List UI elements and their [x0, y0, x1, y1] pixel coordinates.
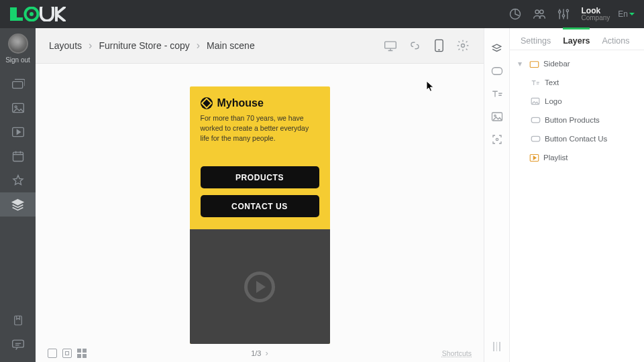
shape-icon[interactable]: [490, 64, 504, 78]
sign-out-link[interactable]: Sign out: [5, 56, 30, 64]
bookmark-icon[interactable]: [0, 308, 36, 333]
chat-icon[interactable]: [0, 333, 36, 357]
layer-row-button-products[interactable]: Button Products: [510, 111, 644, 129]
play-icon: [244, 272, 275, 302]
mobile-view-icon[interactable]: [431, 38, 446, 53]
layer-label: Button Products: [545, 116, 600, 124]
nav-sidebar: Sign out: [0, 28, 36, 362]
layers-icon[interactable]: [0, 192, 36, 217]
scene-title: Myhouse: [217, 97, 264, 109]
tab-layers[interactable]: Layers: [563, 36, 590, 50]
layer-row-logo[interactable]: Logo: [510, 92, 644, 111]
svg-point-1: [30, 12, 34, 16]
svg-rect-15: [385, 42, 396, 48]
products-button[interactable]: PRODUCTS: [201, 166, 319, 188]
avatar[interactable]: [8, 34, 28, 54]
sliders-icon[interactable]: [555, 5, 572, 23]
crumb-root[interactable]: Layouts: [49, 40, 82, 51]
crumb-scene[interactable]: Main scene: [207, 40, 255, 51]
pie-chart-icon[interactable]: [506, 5, 524, 23]
users-icon[interactable]: [531, 5, 548, 23]
focus-icon[interactable]: [490, 133, 504, 146]
account-display[interactable]: Look Company: [582, 7, 610, 21]
svg-point-10: [15, 106, 17, 108]
editor-footer: 1/3 › Shortcuts: [36, 344, 484, 362]
link-device-icon[interactable]: [407, 38, 422, 53]
chevron-right-icon[interactable]: ›: [265, 348, 268, 358]
language-switch[interactable]: En: [618, 9, 635, 19]
button-layer-icon: [530, 133, 541, 144]
chevron-down-icon: [629, 13, 635, 15]
svg-point-5: [558, 11, 560, 13]
svg-point-21: [496, 138, 498, 140]
grid-icon[interactable]: [77, 349, 87, 358]
play-rect-icon[interactable]: [0, 120, 36, 144]
svg-rect-18: [492, 68, 502, 75]
svg-rect-12: [13, 152, 23, 161]
layer-row-sidebar[interactable]: ▾ Sidebar: [510, 54, 644, 73]
desktop-view-icon[interactable]: [383, 38, 398, 53]
button-layer-icon: [530, 115, 541, 125]
screens-icon[interactable]: [0, 72, 36, 96]
inspector-panel: Settings Layers Actions ▾ Sidebar Text: [509, 28, 644, 362]
scene-description: For more than 70 years, we have worked t…: [201, 113, 319, 144]
video-placeholder[interactable]: [190, 229, 330, 344]
svg-point-3: [535, 10, 539, 13]
shortcuts-link[interactable]: Shortcuts: [442, 349, 472, 357]
canvas[interactable]: Myhouse For more than 70 years, we have …: [36, 64, 484, 345]
layer-label: Logo: [545, 97, 562, 105]
layer-label: Sidebar: [543, 60, 570, 68]
main-area: Sign out Layouts: [0, 28, 644, 362]
contact-us-button[interactable]: CONTACT US: [201, 195, 319, 217]
text-layer-icon: [530, 77, 541, 88]
panel-resize-handle[interactable]: [493, 342, 500, 351]
svg-rect-22: [530, 61, 539, 67]
breadcrumb: Layouts › Furniture Store - copy › Main …: [36, 28, 484, 64]
text-icon[interactable]: [490, 87, 504, 101]
expand-icon[interactable]: ▾: [518, 59, 525, 68]
svg-rect-13: [14, 316, 21, 325]
tab-settings[interactable]: Settings: [521, 36, 551, 50]
frame-icon[interactable]: [62, 349, 72, 358]
gear-icon[interactable]: [455, 38, 470, 53]
star-icon[interactable]: [0, 168, 36, 192]
inspector-tabs: Settings Layers Actions: [510, 28, 644, 50]
svg-point-17: [462, 44, 465, 47]
page-indicator: 1/3: [251, 349, 261, 357]
svg-rect-25: [531, 136, 540, 141]
app-header: Look Company En: [0, 0, 644, 28]
chevron-right-icon: ›: [197, 40, 200, 52]
folder-icon: [529, 58, 539, 69]
chevron-right-icon: ›: [89, 40, 92, 52]
layer-row-text[interactable]: Text: [510, 73, 644, 92]
svg-point-20: [494, 115, 495, 116]
layer-row-button-contact[interactable]: Button Contact Us: [510, 129, 644, 148]
account-subtitle: Company: [582, 15, 610, 21]
image-icon[interactable]: [0, 96, 36, 120]
fit-icon[interactable]: [48, 349, 57, 358]
scene-preview[interactable]: Myhouse For more than 70 years, we have …: [190, 86, 330, 345]
svg-rect-24: [531, 117, 540, 123]
layer-tree: ▾ Sidebar Text Logo: [510, 50, 644, 171]
stack-icon[interactable]: [490, 42, 504, 55]
insert-toolbar: [484, 28, 509, 362]
tab-actions[interactable]: Actions: [602, 36, 629, 50]
svg-rect-8: [12, 82, 22, 88]
picture-icon[interactable]: [490, 110, 504, 123]
app-logo[interactable]: [9, 7, 67, 21]
layer-row-playlist[interactable]: ▾ Playlist: [510, 148, 644, 167]
language-label: En: [618, 9, 628, 19]
svg-point-4: [539, 10, 543, 13]
pager[interactable]: 1/3 ›: [251, 348, 268, 358]
playlist-layer-icon: [529, 152, 539, 163]
crumb-project[interactable]: Furniture Store - copy: [99, 40, 189, 51]
editor-center: Layouts › Furniture Store - copy › Main …: [36, 28, 484, 362]
layer-label: Text: [545, 78, 559, 86]
layer-label: Button Contact Us: [545, 135, 607, 143]
brand-logo-icon: [201, 97, 213, 109]
svg-point-7: [566, 9, 568, 11]
image-layer-icon: [530, 96, 541, 107]
calendar-icon[interactable]: [0, 144, 36, 168]
layer-label: Playlist: [543, 154, 568, 162]
svg-point-6: [562, 15, 564, 17]
